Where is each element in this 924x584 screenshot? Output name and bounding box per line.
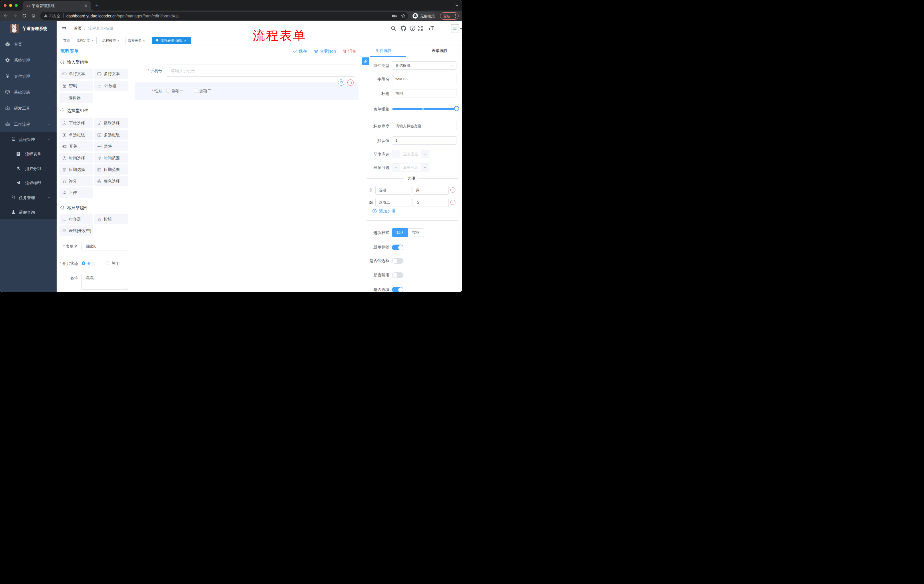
svg-text:123: 123	[97, 85, 101, 87]
